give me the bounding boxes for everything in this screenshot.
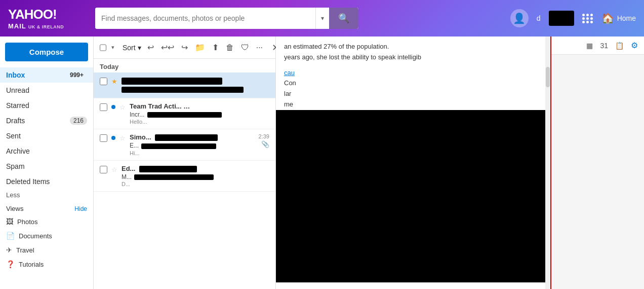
sidebar-item-drafts[interactable]: Drafts 216 [0, 113, 93, 128]
views-header: Views Hide [6, 205, 87, 212]
email-checkbox[interactable] [100, 78, 107, 85]
sidebar-inbox-badge: 999+ [66, 71, 87, 79]
sidebar-item-archive[interactable]: Archive [0, 143, 93, 159]
home-label: Home [617, 14, 636, 22]
views-label: Views [6, 205, 23, 212]
sidebar-starred-label: Starred [6, 101, 29, 110]
email-body-partial: cau Con lar me [276, 68, 550, 110]
right-panel-content [551, 55, 644, 289]
search-area: ▾ 🔍 [95, 8, 358, 29]
email-content: Simo... E... Hi... [130, 133, 255, 156]
email-item[interactable]: ★ [94, 73, 275, 98]
sidebar-item-travel[interactable]: ✈ Travel [6, 243, 87, 257]
sidebar-item-spam[interactable]: Spam [0, 159, 93, 174]
travel-icon: ✈ [6, 246, 12, 254]
unread-dot [111, 105, 115, 109]
panel-layout-btn-1[interactable]: ▦ [584, 41, 595, 51]
sidebar-drafts-badge: 216 [70, 117, 87, 125]
star-icon[interactable]: ☆ [119, 134, 126, 142]
sidebar-item-tutorials[interactable]: ❓ Tutorials [6, 257, 87, 271]
email-item[interactable]: ☆ Simo... E... Hi... 2:39 📎 [94, 129, 275, 160]
search-button[interactable]: 🔍 [329, 8, 358, 29]
sidebar-item-unread[interactable]: Unread [0, 83, 93, 98]
email-sender: Team Trad Acti... [130, 102, 265, 111]
attachment-icon: 📎 [261, 140, 269, 148]
email-content: Ed... M... D... [122, 165, 265, 187]
email-redacted-block [276, 110, 550, 282]
right-panel-toolbar: ▦ 31 📋 ⚙ [551, 37, 644, 55]
star-icon[interactable]: ★ [111, 78, 117, 85]
sidebar-less-button[interactable]: Less [0, 189, 93, 201]
email-preview: Hi... [130, 150, 255, 156]
select-all-checkbox[interactable] [100, 44, 106, 52]
star-icon[interactable]: ☆ [111, 166, 117, 173]
email-date-header: Today [94, 59, 275, 73]
photos-label: Photos [17, 218, 37, 226]
forward-button[interactable]: ↪ [179, 41, 190, 54]
email-item[interactable]: ☆ Team Trad Acti... Incr... Hello... [94, 98, 275, 129]
apps-grid-button[interactable] [582, 14, 593, 23]
logo-mail: MAIL [8, 22, 26, 30]
star-icon[interactable]: ☆ [119, 103, 126, 111]
panel-calendar-btn[interactable]: 31 [598, 41, 610, 51]
sidebar-item-inbox[interactable]: Inbox 999+ [0, 67, 93, 83]
email-view-scrollbar[interactable] [545, 37, 550, 289]
sidebar-deleted-label: Deleted Items [6, 177, 50, 186]
panel-doc-btn[interactable]: 📋 [613, 41, 626, 51]
email-subject: E... [130, 142, 255, 150]
archive-button[interactable]: ⬆ [210, 41, 221, 54]
email-link[interactable]: cau [284, 69, 295, 77]
email-body-top: an estimated 27% of the population. year… [276, 37, 550, 68]
email-checkbox[interactable] [100, 103, 107, 111]
sidebar-item-starred[interactable]: Starred [0, 98, 93, 113]
email-action-buttons: ↩ ↩↩ ↪ 📁 ⬆ 🗑 🛡 ··· ✕ [145, 41, 279, 54]
compose-button[interactable]: Compose [5, 43, 88, 61]
sidebar-item-photos[interactable]: 🖼 Photos [6, 214, 87, 229]
email-sender: Ed... [122, 165, 265, 173]
sidebar-spam-label: Spam [6, 162, 25, 170]
select-dropdown-icon[interactable]: ▾ [111, 44, 114, 51]
sidebar-nav: Inbox 999+ Unread Starred Drafts 216 Sen… [0, 67, 93, 289]
move-button[interactable]: 📁 [193, 41, 207, 54]
header-right: 👤 d 🏠 Home [510, 9, 636, 27]
tutorials-icon: ❓ [6, 260, 15, 268]
email-checkbox[interactable] [100, 166, 107, 173]
main-layout: Compose Inbox 999+ Unread Starred Drafts… [0, 37, 644, 289]
email-meta: 2:39 📎 [259, 133, 269, 148]
photos-icon: 🖼 [6, 218, 13, 226]
delete-button[interactable]: 🗑 [224, 41, 236, 54]
app-header: YAHOO! MAIL UK & IRELAND ▾ 🔍 👤 d 🏠 Home [0, 0, 644, 37]
sidebar-unread-label: Unread [6, 86, 29, 94]
home-button[interactable]: 🏠 Home [601, 12, 636, 24]
settings-gear-button[interactable]: ⚙ [629, 40, 640, 51]
sidebar-item-sent[interactable]: Sent [0, 128, 93, 143]
reply-button[interactable]: ↩ [145, 41, 156, 54]
sidebar-item-deleted[interactable]: Deleted Items [0, 174, 93, 189]
views-hide-button[interactable]: Hide [74, 205, 87, 212]
email-content [122, 77, 265, 94]
sidebar-archive-label: Archive [6, 147, 30, 155]
search-dropdown-button[interactable]: ▾ [315, 8, 329, 29]
search-input[interactable] [95, 8, 315, 29]
sidebar-sent-label: Sent [6, 132, 21, 140]
email-time: 2:39 [259, 133, 269, 139]
avatar[interactable]: 👤 [510, 9, 529, 27]
spam-button[interactable]: 🛡 [239, 41, 251, 54]
sort-button[interactable]: Sort ▾ [123, 44, 141, 52]
documents-label: Documents [19, 232, 52, 240]
email-item[interactable]: ☆ Ed... M... D... [94, 161, 275, 192]
scrollbar-thumb [546, 67, 550, 87]
sort-chevron-icon: ▾ [138, 44, 141, 52]
email-preview: D... [122, 181, 265, 187]
unread-dot [111, 136, 115, 140]
more-button[interactable]: ··· [254, 41, 265, 54]
sort-label: Sort [123, 44, 136, 52]
views-section: Views Hide 🖼 Photos 📄 Documents ✈ Travel… [0, 201, 93, 273]
right-panel: ▦ 31 📋 ⚙ [550, 37, 644, 289]
email-view-content[interactable]: an estimated 27% of the population. year… [276, 37, 550, 289]
email-sender [122, 77, 265, 86]
reply-all-button[interactable]: ↩↩ [159, 41, 176, 54]
email-list-panel: ▾ Sort ▾ ↩ ↩↩ ↪ 📁 ⬆ 🗑 🛡 ··· ✕ Today [94, 37, 276, 289]
sidebar-item-documents[interactable]: 📄 Documents [6, 229, 87, 243]
email-checkbox[interactable] [100, 134, 107, 142]
